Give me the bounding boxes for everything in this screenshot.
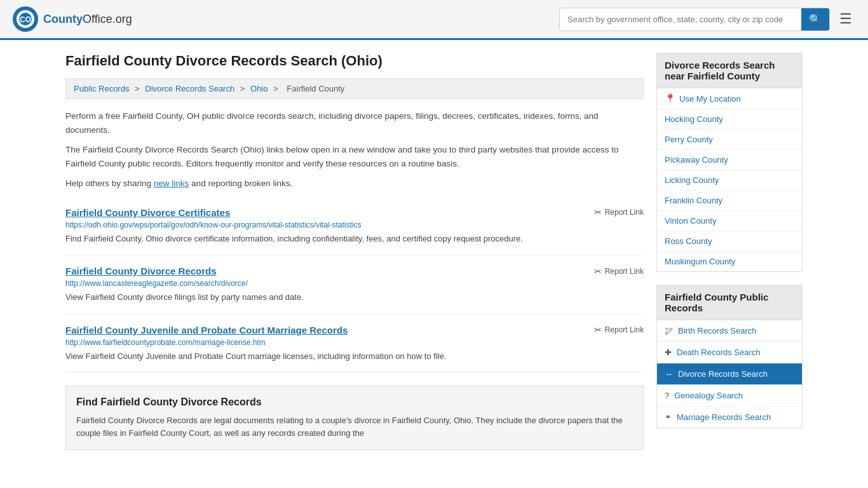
vinton-county-link[interactable]: Vinton County	[657, 211, 802, 231]
logo-text: CountyOffice.org	[43, 13, 132, 26]
report-link-button[interactable]: ✂ Report Link	[594, 207, 644, 217]
marriage-icon: ⚭	[665, 412, 672, 422]
result-header: Fairfield County Divorce Records ✂ Repor…	[65, 266, 644, 276]
breadcrumb-ohio[interactable]: Ohio	[250, 84, 268, 93]
list-item[interactable]: Licking County	[657, 170, 802, 191]
list-item-active[interactable]: ↔ Divorce Records Search	[657, 363, 802, 385]
site-header: CO CountyOffice.org 🔍 ☰	[0, 0, 868, 40]
search-icon: 🔍	[809, 14, 822, 25]
page-title: Fairfield County Divorce Records Search …	[65, 53, 644, 69]
scissors-icon: ✂	[594, 266, 602, 276]
list-item[interactable]: ? Genealogy Search	[657, 385, 802, 407]
result-url[interactable]: http://www.lancastereaglegazette.com/sea…	[65, 279, 644, 288]
header-right: 🔍 ☰	[559, 8, 855, 31]
sidebar-public-records-title: Fairfield County Public Records	[656, 285, 803, 320]
list-item[interactable]: Franklin County	[657, 191, 802, 211]
result-description: View Fairfield County divorce filings li…	[65, 291, 644, 304]
list-item[interactable]: Perry County	[657, 130, 802, 150]
content-area: Fairfield County Divorce Records Search …	[65, 53, 644, 450]
list-item[interactable]: Ross County	[657, 231, 802, 252]
list-item[interactable]: ✚ Death Records Search	[657, 342, 802, 363]
list-item[interactable]: Muskingum County	[657, 252, 802, 271]
description-para2: The Fairfield County Divorce Records Sea…	[65, 143, 644, 170]
perry-county-link[interactable]: Perry County	[657, 130, 802, 149]
sidebar: Divorce Records Search near Fairfield Co…	[656, 53, 803, 450]
list-item[interactable]: Vinton County	[657, 211, 802, 231]
result-item: Fairfield County Divorce Records ✂ Repor…	[65, 255, 644, 315]
birth-records-link[interactable]: 🕊 Birth Records Search	[657, 320, 802, 341]
result-description: Find Fairfield County, Ohio divorce cert…	[65, 233, 644, 245]
breadcrumb: Public Records > Divorce Records Search …	[65, 78, 644, 99]
breadcrumb-divorce-records-search[interactable]: Divorce Records Search	[145, 84, 234, 93]
hocking-county-link[interactable]: Hocking County	[657, 109, 802, 129]
sidebar-nearby-list: 📍 Use My Location Hocking County Perry C…	[656, 88, 803, 272]
list-item[interactable]: 🕊 Birth Records Search	[657, 320, 802, 342]
result-url[interactable]: http://www.fairfieldcountyprobate.com/ma…	[65, 338, 644, 347]
result-item: Fairfield County Juvenile and Probate Co…	[65, 315, 644, 374]
marriage-records-link[interactable]: ⚭ Marriage Records Search	[657, 407, 802, 428]
scissors-icon: ✂	[594, 207, 602, 217]
find-section-text: Fairfield County Divorce Records are leg…	[76, 414, 633, 439]
sidebar-public-records-section: Fairfield County Public Records 🕊 Birth …	[656, 285, 803, 428]
hamburger-menu-icon[interactable]: ☰	[836, 8, 855, 30]
muskingum-county-link[interactable]: Muskingum County	[657, 252, 802, 271]
sidebar-nearby-title: Divorce Records Search near Fairfield Co…	[656, 53, 803, 88]
cross-icon: ✚	[665, 348, 672, 357]
breadcrumb-fairfield-county: Fairfield County	[287, 84, 344, 93]
logo-area[interactable]: CO CountyOffice.org	[13, 6, 132, 32]
birth-icon: 🕊	[665, 326, 673, 336]
use-my-location-link[interactable]: 📍 Use My Location	[657, 88, 802, 109]
result-header: Fairfield County Divorce Certificates ✂ …	[65, 207, 644, 218]
divorce-records-link[interactable]: ↔ Divorce Records Search	[657, 363, 802, 384]
find-section-title: Find Fairfield County Divorce Records	[76, 396, 633, 408]
pickaway-county-link[interactable]: Pickaway County	[657, 150, 802, 170]
search-button[interactable]: 🔍	[801, 8, 829, 30]
result-title[interactable]: Fairfield County Divorce Certificates	[65, 207, 230, 218]
location-pin-icon: 📍	[665, 93, 675, 104]
list-item[interactable]: Pickaway County	[657, 150, 802, 170]
scissors-icon: ✂	[594, 325, 602, 335]
description-para3: Help others by sharing new links and rep…	[65, 177, 644, 191]
search-input[interactable]	[560, 10, 801, 29]
result-url[interactable]: https://odh.ohio.gov/wps/portal/gov/odh/…	[65, 220, 644, 229]
report-link-button[interactable]: ✂ Report Link	[594, 266, 644, 276]
result-item: Fairfield County Divorce Certificates ✂ …	[65, 197, 644, 256]
list-item[interactable]: 📍 Use My Location	[657, 88, 802, 109]
report-link-button[interactable]: ✂ Report Link	[594, 325, 644, 335]
main-container: Fairfield County Divorce Records Search …	[53, 40, 815, 463]
result-title[interactable]: Fairfield County Juvenile and Probate Co…	[65, 325, 348, 336]
svg-text:CO: CO	[20, 15, 31, 24]
new-links-link[interactable]: new links	[154, 179, 189, 188]
list-item[interactable]: Hocking County	[657, 109, 802, 130]
genealogy-link[interactable]: ? Genealogy Search	[657, 385, 802, 406]
find-section: Find Fairfield County Divorce Records Fa…	[65, 386, 644, 450]
arrows-icon: ↔	[665, 369, 673, 379]
logo-icon: CO	[13, 6, 38, 32]
question-icon: ?	[665, 391, 669, 400]
results-list: Fairfield County Divorce Certificates ✂ …	[65, 197, 644, 374]
list-item[interactable]: ⚭ Marriage Records Search	[657, 407, 802, 428]
franklin-county-link[interactable]: Franklin County	[657, 191, 802, 210]
sidebar-public-records-list: 🕊 Birth Records Search ✚ Death Records S…	[656, 320, 803, 428]
death-records-link[interactable]: ✚ Death Records Search	[657, 342, 802, 363]
breadcrumb-public-records[interactable]: Public Records	[74, 84, 129, 93]
result-description: View Fairfield County Juvenile and Proba…	[65, 350, 644, 363]
sidebar-nearby-section: Divorce Records Search near Fairfield Co…	[656, 53, 803, 272]
description-para1: Perform a free Fairfield County, OH publ…	[65, 109, 644, 137]
search-bar[interactable]: 🔍	[559, 8, 830, 31]
ross-county-link[interactable]: Ross County	[657, 231, 802, 251]
result-title[interactable]: Fairfield County Divorce Records	[65, 266, 217, 276]
licking-county-link[interactable]: Licking County	[657, 170, 802, 190]
result-header: Fairfield County Juvenile and Probate Co…	[65, 325, 644, 336]
